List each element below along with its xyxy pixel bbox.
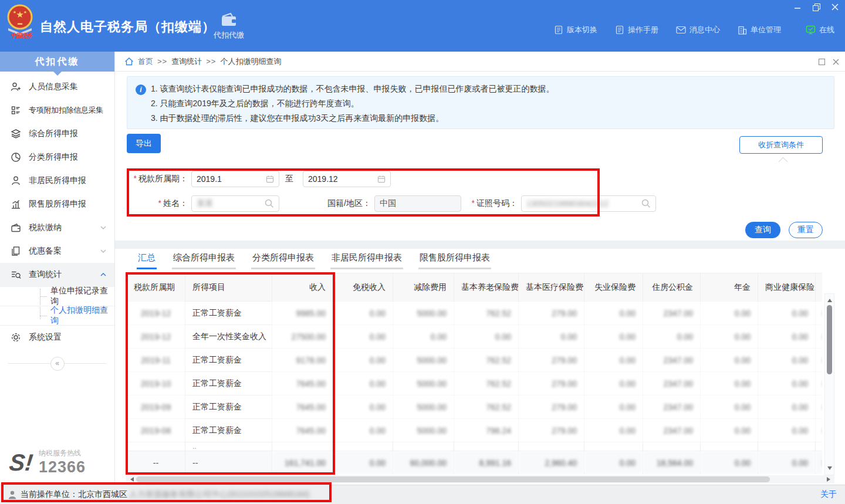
cell: 0.00 [584,419,643,442]
person-add-icon [11,82,21,92]
cell: 279.00 [519,419,584,442]
horizontal-scrollbar[interactable] [126,475,834,483]
cell: 正常工资薪金 [185,302,272,325]
cell [816,442,823,451]
period-from-input[interactable]: 2019.1 [191,171,279,187]
sidebar-item-classified-income[interactable]: 分类所得申报 [0,146,114,169]
collapse-query-conditions-button[interactable]: 收折查询条件 [739,136,823,154]
menu-version-switch[interactable]: 版本切换 [554,25,597,35]
sidebar-item-comprehensive-income[interactable]: 综合所得申报 [0,122,114,146]
calendar-icon[interactable] [377,175,386,183]
query-statistics-submenu: 单位申报记录查询 个人扣缴明细查询 [0,286,114,325]
cell: 0.00 [758,419,816,442]
table-row[interactable]: 2019-12正常工资薪金9985.000.005000.00762.52279… [127,302,823,325]
tab-comprehensive-income-form[interactable]: 综合所得申报表 [172,252,236,269]
bar-chart-icon [11,199,21,209]
online-status[interactable]: 在线 [806,25,834,35]
cell: 0.00 [584,325,643,349]
tab-nonresident-income-form[interactable]: 非居民所得申报表 [330,252,403,269]
panel-close-icon[interactable] [833,59,839,65]
search-icon[interactable] [641,199,651,208]
cell: 798.24 [454,419,519,442]
about-link[interactable]: 关于 [820,489,837,500]
name-value-masked: 某某 [197,198,265,209]
menu-message-center[interactable]: 消息中心 [676,25,720,35]
tab-restricted-shares-form[interactable]: 限售股所得申报表 [418,252,491,269]
scroll-left-icon[interactable] [128,477,134,482]
cell: 18,564.00 [643,451,701,475]
sidebar-collapse-button[interactable]: « [50,357,65,371]
layers-icon [11,128,21,139]
tab-classified-income-form[interactable]: 分类所得申报表 [251,252,315,269]
table-row[interactable]: 2019-08正常工资薪金7645.000.005000.00798.24279… [127,419,823,442]
vertical-scrollbar[interactable] [824,293,834,475]
cell: 0.00 [701,325,758,349]
panel-maximize-icon[interactable] [819,59,825,65]
breadcrumb-item-current: 个人扣缴明细查询 [220,56,281,67]
online-check-icon [806,25,816,35]
column-header: 基本医疗保险费 [519,273,584,302]
name-input[interactable]: 某某 [191,195,279,212]
sidebar-subitem-unit-declaration-records[interactable]: 单位申报记录查询 [0,286,114,306]
period-to-input[interactable]: 2019.12 [303,171,391,187]
svg-text:★: ★ [16,9,23,19]
table-row[interactable]: 2019-09正常工资薪金7645.000.005000.00762.52279… [127,395,823,419]
panel-caret [779,157,788,167]
export-button[interactable]: 导出 [127,134,161,153]
restore-button[interactable] [811,2,822,12]
scroll-right-icon[interactable] [827,477,833,482]
id-number-input[interactable]: 130502199903042212 [521,195,656,212]
gear-icon [11,332,21,343]
search-button[interactable]: 查询 [745,222,780,238]
sidebar-item-query-statistics[interactable]: 查询统计 [0,263,114,286]
cell: 0.00 [393,325,454,349]
mail-icon [676,26,686,34]
window-controls [792,2,840,12]
cell: 0.00 [701,395,758,419]
chevron-down-icon [100,226,106,229]
totals-row[interactable]: ----161,741.000.0060,000.008,991.162,960… [127,451,823,475]
sidebar-subitem-personal-withholding-detail[interactable]: 个人扣缴明细查询 [0,306,114,325]
cell: -- [185,451,272,475]
table-row[interactable]: 2019-10正常工资薪金7645.000.005000.00762.52279… [127,372,823,395]
sidebar-item-preferential-filing[interactable]: 优惠备案 [0,239,114,263]
sidebar-item-tax-payment[interactable]: 税款缴纳 [0,216,114,239]
cell: 正常工资薪金 [185,372,272,395]
cell: -- [127,451,185,475]
menu-manual[interactable]: 操作手册 [615,25,658,35]
calendar-icon[interactable] [266,175,274,183]
column-header: 住房公积金 [643,273,701,302]
cell: 2019-08 [127,419,185,442]
table-row[interactable]: 2019-11正常工资薪金9178.000.005000.00762.52279… [127,349,823,372]
cell [127,442,185,451]
minimize-button[interactable] [792,2,803,12]
sidebar-item-system-settings[interactable]: 系统设置 [0,325,114,349]
close-button[interactable] [830,2,840,12]
table-row[interactable]: 2019-12全年一次性奖金收入27500.000.000.000.000.00… [127,325,823,349]
results-table: 税款所属期所得项目收入免税收入减除费用基本养老保险费基本医疗保险费失业保险费住房… [126,273,822,474]
sidebar-item-personnel-info[interactable]: 人员信息采集 [0,75,114,99]
cell: 正常工资薪金 [185,395,272,419]
app-window: ★ ★ ★ ▬ 中国税务 自然人电子税务局（扣缴端） 代扣代缴 [0,0,845,504]
tab-summary[interactable]: 汇总 [137,252,157,269]
search-icon[interactable] [265,199,274,208]
horizontal-scroll-thumb[interactable] [136,476,770,482]
menu-organization[interactable]: 单位管理 [738,25,781,35]
wallet-icon [220,12,238,28]
cell: .. [185,442,272,451]
breadcrumb-home[interactable]: 首页 [138,56,153,67]
cell: 762.52 [454,372,519,395]
partial-row: .. [127,442,823,451]
tab-withholding-module[interactable]: 代扣代缴 [204,8,254,45]
vertical-scroll-thumb[interactable] [827,305,832,374]
cell: 0.00 [333,451,393,475]
sidebar-item-nonresident-income[interactable]: 非居民所得申报 [0,169,114,192]
sidebar-item-special-deduction[interactable]: 专项附加扣除信息采集 [0,99,114,122]
cell: 全年一次性奖金收入 [185,325,272,349]
scroll-down-icon[interactable] [827,466,832,472]
person-icon [11,175,21,186]
scroll-up-icon[interactable] [827,296,832,302]
sidebar-item-restricted-shares[interactable]: 限售股所得申报 [0,192,114,216]
reset-button[interactable]: 重置 [789,222,823,238]
user-icon [8,491,16,499]
